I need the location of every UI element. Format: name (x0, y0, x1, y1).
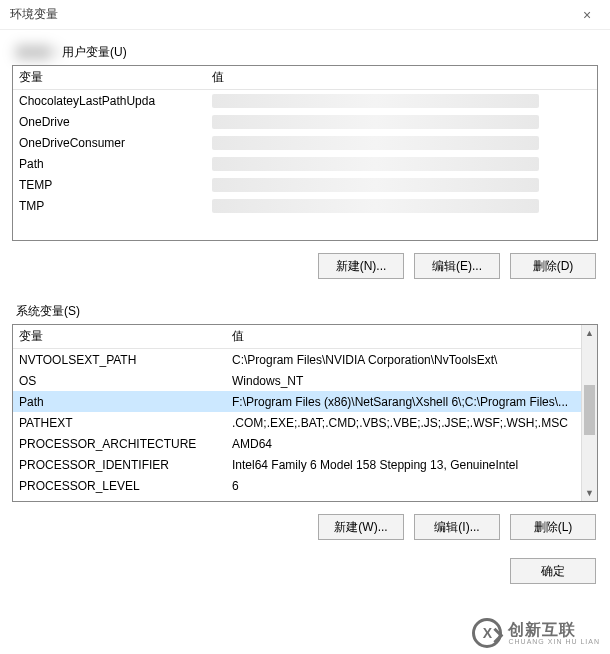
scroll-down-icon[interactable]: ▼ (582, 485, 597, 501)
variable-cell: OneDrive (13, 115, 208, 129)
user-edit-button[interactable]: 编辑(E)... (414, 253, 500, 279)
dialog-footer: 确定 (12, 558, 598, 584)
user-label-text: 用户变量(U) (62, 45, 127, 59)
variable-cell: OS (13, 374, 228, 388)
table-row[interactable]: PROCESSOR_LEVEL6 (13, 475, 597, 496)
watermark-en: CHUANG XIN HU LIAN (508, 638, 600, 645)
variable-cell: NVTOOLSEXT_PATH (13, 353, 228, 367)
variable-cell: PROCESSOR_IDENTIFIER (13, 458, 228, 472)
value-cell (208, 136, 597, 150)
table-row[interactable]: OSWindows_NT (13, 370, 597, 391)
user-header-value[interactable]: 值 (208, 69, 597, 86)
value-cell (208, 157, 597, 171)
value-cell: .COM;.EXE;.BAT;.CMD;.VBS;.VBE;.JS;.JSE;.… (228, 416, 597, 430)
variable-cell: Path (13, 395, 228, 409)
table-row[interactable]: PathF:\Program Files (x86)\NetSarang\Xsh… (13, 391, 597, 412)
system-variables-table[interactable]: 变量 值 NVTOOLSEXT_PATHC:\Program Files\NVI… (12, 324, 598, 502)
system-variables-section: 系统变量(S) 变量 值 NVTOOLSEXT_PATHC:\Program F… (12, 297, 598, 540)
watermark-text: 创新互联 CHUANG XIN HU LIAN (508, 622, 600, 645)
user-delete-button[interactable]: 删除(D) (510, 253, 596, 279)
system-new-button[interactable]: 新建(W)... (318, 514, 404, 540)
table-row[interactable]: ChocolateyLastPathUpda (13, 90, 597, 111)
system-section-label: 系统变量(S) (16, 303, 80, 320)
redacted-value (212, 178, 539, 192)
variable-cell: PROCESSOR_ARCHITECTURE (13, 437, 228, 451)
system-delete-button[interactable]: 删除(L) (510, 514, 596, 540)
table-row[interactable]: Path (13, 153, 597, 174)
variable-cell: OneDriveConsumer (13, 136, 208, 150)
titlebar: 环境变量 × (0, 0, 610, 30)
system-buttons: 新建(W)... 编辑(I)... 删除(L) (12, 514, 598, 540)
redacted-value (212, 157, 539, 171)
value-cell: C:\Program Files\NVIDIA Corporation\NvTo… (228, 353, 597, 367)
redacted-value (212, 136, 539, 150)
user-label-prefix: ████的 (16, 45, 62, 59)
table-row[interactable]: PROCESSOR_IDENTIFIERIntel64 Family 6 Mod… (13, 454, 597, 475)
table-row[interactable]: TEMP (13, 174, 597, 195)
user-variables-section: ████的用户变量(U) 变量 值 ChocolateyLastPathUpda… (12, 38, 598, 279)
user-new-button[interactable]: 新建(N)... (318, 253, 404, 279)
value-cell (208, 115, 597, 129)
system-rows: NVTOOLSEXT_PATHC:\Program Files\NVIDIA C… (13, 349, 597, 496)
user-header-variable[interactable]: 变量 (13, 69, 208, 86)
table-row[interactable]: OneDrive (13, 111, 597, 132)
table-row[interactable]: PROCESSOR_ARCHITECTUREAMD64 (13, 433, 597, 454)
variable-cell: TMP (13, 199, 208, 213)
value-cell: Windows_NT (228, 374, 597, 388)
table-row[interactable]: OneDriveConsumer (13, 132, 597, 153)
variable-cell: Path (13, 157, 208, 171)
dialog-body: ████的用户变量(U) 变量 值 ChocolateyLastPathUpda… (0, 30, 610, 596)
value-cell: 6 (228, 479, 597, 493)
variable-cell: PATHEXT (13, 416, 228, 430)
variable-cell: ChocolateyLastPathUpda (13, 94, 208, 108)
scroll-up-icon[interactable]: ▲ (582, 325, 597, 341)
user-section-label: ████的用户变量(U) (16, 44, 127, 61)
table-row[interactable]: TMP (13, 195, 597, 216)
user-variables-table[interactable]: 变量 值 ChocolateyLastPathUpdaOneDriveOneDr… (12, 65, 598, 241)
variable-cell: PROCESSOR_LEVEL (13, 479, 228, 493)
user-table-header: 变量 值 (13, 66, 597, 90)
system-edit-button[interactable]: 编辑(I)... (414, 514, 500, 540)
value-cell (208, 94, 597, 108)
variable-cell: TEMP (13, 178, 208, 192)
system-header-variable[interactable]: 变量 (13, 328, 228, 345)
user-rows: ChocolateyLastPathUpdaOneDriveOneDriveCo… (13, 90, 597, 216)
value-cell: Intel64 Family 6 Model 158 Stepping 13, … (228, 458, 597, 472)
system-scrollbar[interactable]: ▲ ▼ (581, 325, 597, 501)
value-cell: F:\Program Files (x86)\NetSarang\Xshell … (228, 395, 597, 409)
table-row[interactable]: NVTOOLSEXT_PATHC:\Program Files\NVIDIA C… (13, 349, 597, 370)
close-icon[interactable]: × (572, 7, 602, 23)
table-row[interactable]: PATHEXT.COM;.EXE;.BAT;.CMD;.VBS;.VBE;.JS… (13, 412, 597, 433)
watermark-cn: 创新互联 (508, 622, 600, 638)
value-cell: AMD64 (228, 437, 597, 451)
scroll-thumb[interactable] (584, 385, 595, 435)
value-cell (208, 178, 597, 192)
watermark-logo-icon: X (472, 618, 502, 648)
system-table-header: 变量 值 (13, 325, 597, 349)
redacted-value (212, 199, 539, 213)
ok-button[interactable]: 确定 (510, 558, 596, 584)
window-title: 环境变量 (10, 6, 58, 23)
watermark: X 创新互联 CHUANG XIN HU LIAN (472, 618, 600, 648)
value-cell (208, 199, 597, 213)
system-header-value[interactable]: 值 (228, 328, 597, 345)
redacted-value (212, 115, 539, 129)
user-buttons: 新建(N)... 编辑(E)... 删除(D) (12, 253, 598, 279)
redacted-value (212, 94, 539, 108)
